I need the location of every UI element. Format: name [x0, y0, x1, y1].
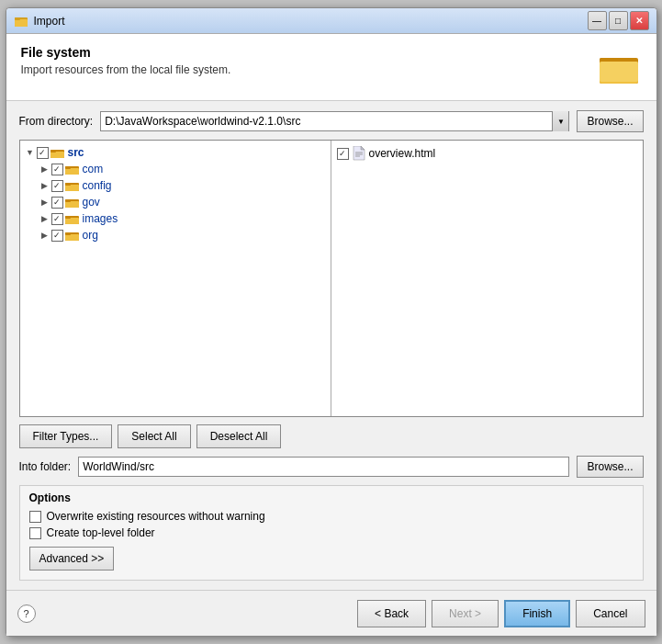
- folder-icon-config: [65, 180, 80, 192]
- svg-rect-9: [50, 150, 56, 153]
- title-bar: Import — □ ✕: [6, 8, 656, 34]
- checkbox-gov[interactable]: ✓: [51, 197, 63, 209]
- directory-browse-button[interactable]: Browse...: [577, 110, 643, 132]
- tree-item-config[interactable]: ▶ ✓ config: [20, 177, 331, 194]
- expand-gov[interactable]: ▶: [39, 196, 51, 209]
- options-group: Options Overwrite existing resources wit…: [19, 485, 644, 581]
- into-folder-label: Into folder:: [19, 460, 72, 473]
- directory-dropdown-arrow[interactable]: ▼: [552, 111, 568, 131]
- buttons-row: Filter Types... Select All Deselect All: [19, 424, 644, 448]
- svg-rect-6: [600, 62, 638, 82]
- window-title: Import: [34, 15, 588, 28]
- header-section: File system Import resources from the lo…: [6, 34, 656, 101]
- svg-rect-2: [15, 17, 20, 20]
- svg-rect-23: [65, 234, 79, 241]
- svg-rect-1: [15, 19, 28, 27]
- cancel-button[interactable]: Cancel: [576, 600, 645, 627]
- svg-rect-24: [65, 232, 71, 235]
- back-button[interactable]: < Back: [357, 600, 426, 627]
- into-folder-row: Into folder: Browse...: [19, 456, 644, 478]
- directory-label: From directory:: [19, 115, 94, 128]
- tree-label-com: com: [83, 163, 104, 175]
- option-label-overwrite: Overwrite existing resources without war…: [47, 510, 265, 523]
- svg-rect-17: [65, 201, 79, 208]
- panels-row: ▼ ✓ src ▶ ✓: [19, 140, 644, 417]
- maximize-button[interactable]: □: [609, 11, 628, 30]
- svg-rect-8: [50, 152, 64, 158]
- tree-label-gov: gov: [83, 196, 100, 209]
- checkbox-images[interactable]: ✓: [51, 213, 63, 225]
- title-bar-controls: — □ ✕: [588, 11, 649, 30]
- option-checkbox-overwrite[interactable]: [29, 511, 41, 523]
- header-folder-icon: [598, 45, 642, 89]
- close-button[interactable]: ✕: [630, 11, 649, 30]
- filter-types-button[interactable]: Filter Types...: [19, 424, 113, 448]
- import-dialog: Import — □ ✕ File system Import resource…: [6, 7, 657, 637]
- folder-icon-com: [65, 164, 80, 175]
- option-row-top-level: Create top-level folder: [29, 526, 634, 539]
- expand-src[interactable]: ▼: [24, 146, 37, 159]
- checkbox-config[interactable]: ✓: [51, 180, 63, 192]
- title-bar-icon: [14, 14, 28, 28]
- options-title: Options: [29, 491, 634, 504]
- page-description: Import resources from the local file sys…: [21, 63, 231, 76]
- expand-config[interactable]: ▶: [39, 179, 51, 192]
- advanced-button[interactable]: Advanced >>: [29, 547, 115, 571]
- file-checkbox-overview[interactable]: ✓: [337, 148, 349, 160]
- file-icon-overview: [353, 146, 365, 161]
- header-text: File system Import resources from the lo…: [21, 45, 231, 76]
- deselect-all-button[interactable]: Deselect All: [196, 424, 282, 448]
- folder-icon-src: [50, 147, 65, 159]
- folder-icon-gov: [65, 197, 80, 209]
- svg-rect-18: [65, 199, 71, 202]
- svg-rect-14: [65, 185, 79, 191]
- file-panel: ✓ overview.html: [331, 141, 643, 416]
- tree-label-images: images: [83, 212, 118, 225]
- svg-rect-20: [65, 218, 79, 224]
- main-section: From directory: D:\JavaWorkspace\worldwi…: [6, 101, 656, 590]
- tree-item-org[interactable]: ▶ ✓ org: [20, 227, 331, 243]
- svg-rect-21: [65, 216, 71, 219]
- option-label-top-level: Create top-level folder: [47, 526, 155, 539]
- expand-com[interactable]: ▶: [39, 163, 51, 175]
- svg-rect-12: [65, 166, 71, 169]
- file-item-overview[interactable]: ✓ overview.html: [331, 144, 643, 163]
- into-folder-browse-button[interactable]: Browse...: [577, 456, 643, 478]
- page-title: File system: [21, 45, 231, 60]
- svg-rect-11: [65, 168, 79, 175]
- footer: ? < Back Next > Finish Cancel: [6, 590, 656, 636]
- folder-icon-org: [65, 230, 80, 242]
- svg-rect-15: [65, 183, 71, 186]
- option-row-overwrite: Overwrite existing resources without war…: [29, 510, 634, 523]
- tree-item-com[interactable]: ▶ ✓ com: [20, 161, 331, 177]
- folder-icon-images: [65, 213, 80, 225]
- tree-label-org: org: [83, 229, 98, 242]
- tree-label-src: src: [68, 146, 84, 159]
- tree-label-config: config: [83, 179, 112, 192]
- directory-value: D:\JavaWorkspace\worldwind-v2.1.0\src: [101, 115, 552, 128]
- tree-item-images[interactable]: ▶ ✓ images: [20, 210, 331, 227]
- file-label-overview: overview.html: [369, 147, 436, 160]
- expand-org[interactable]: ▶: [39, 229, 51, 242]
- option-checkbox-top-level[interactable]: [29, 527, 41, 539]
- directory-row: From directory: D:\JavaWorkspace\worldwi…: [19, 110, 644, 132]
- minimize-button[interactable]: —: [588, 11, 607, 30]
- checkbox-src[interactable]: ✓: [37, 147, 49, 159]
- tree-panel: ▼ ✓ src ▶ ✓: [20, 141, 331, 416]
- checkbox-org[interactable]: ✓: [51, 230, 63, 242]
- finish-button[interactable]: Finish: [504, 600, 570, 627]
- directory-combo[interactable]: D:\JavaWorkspace\worldwind-v2.1.0\src ▼: [100, 111, 569, 131]
- into-folder-input[interactable]: [78, 457, 569, 477]
- expand-images[interactable]: ▶: [39, 212, 51, 225]
- next-button[interactable]: Next >: [432, 600, 499, 627]
- tree-item-gov[interactable]: ▶ ✓ gov: [20, 194, 331, 210]
- select-all-button[interactable]: Select All: [118, 424, 190, 448]
- help-button[interactable]: ?: [17, 604, 36, 623]
- checkbox-com[interactable]: ✓: [51, 164, 63, 175]
- tree-item-src[interactable]: ▼ ✓ src: [20, 144, 331, 161]
